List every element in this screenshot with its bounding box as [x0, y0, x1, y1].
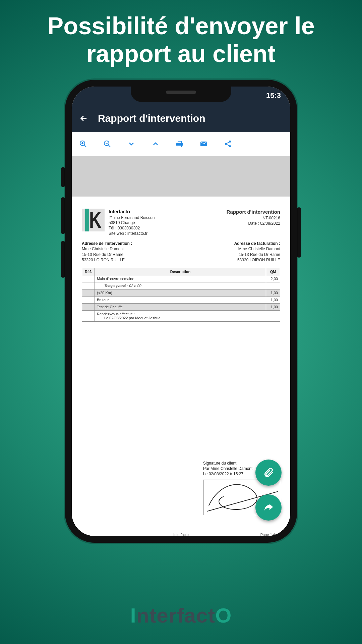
- intervention-address: Adresse de l'intervention : Mme Christel…: [82, 241, 132, 263]
- table-row: Bruleur1,00: [82, 296, 280, 303]
- line-items-table: Réf. Description QM Main d'œuvre semaine…: [82, 268, 280, 322]
- report-title: Rapport d'intervention: [227, 209, 280, 215]
- col-qty: QM: [266, 268, 280, 275]
- report-date: Date : 02/08/2022: [227, 221, 280, 226]
- col-ref: Réf.: [82, 268, 95, 275]
- brand-letter-i: I: [130, 604, 136, 627]
- brand-mid: nterfact: [136, 604, 215, 627]
- pdf-viewer[interactable]: K Interfacto 21 rue Ferdinand Buisson 53…: [72, 156, 290, 536]
- pdf-toolbar: [72, 132, 290, 156]
- app-title: Rapport d'intervention: [98, 113, 205, 124]
- phone-side-button: [61, 197, 65, 234]
- zoom-out-icon: [103, 140, 111, 148]
- phone-notch: [131, 87, 231, 102]
- status-time: 15:3: [266, 91, 281, 100]
- arrow-left-icon: [79, 114, 88, 123]
- phone-side-button: [61, 167, 65, 187]
- next-page-button[interactable]: [127, 139, 136, 149]
- forward-arrow-icon: [262, 501, 275, 514]
- headline: Possibilité d'envoyer le rapport au clie…: [0, 12, 362, 68]
- table-row: Main d'œuvre semaine2,00: [82, 275, 280, 282]
- app-bar: Rapport d'intervention: [72, 105, 290, 132]
- table-row-sub: Temps passé : 02 h 00: [82, 282, 280, 289]
- company-web: Site web : interfacto.fr: [109, 231, 155, 236]
- company-block: K Interfacto 21 rue Ferdinand Buisson 53…: [82, 209, 155, 236]
- company-logo: K: [82, 209, 105, 231]
- print-icon: [176, 140, 184, 148]
- email-button[interactable]: [199, 139, 208, 149]
- paperclip-icon: [263, 467, 274, 478]
- company-address-line: 21 rue Ferdinand Buisson: [109, 215, 155, 221]
- company-address-line: 53810 Changé: [109, 220, 155, 226]
- footer-page: Page 1 de 1: [260, 533, 280, 536]
- svg-point-4: [229, 145, 231, 147]
- report-ref: INT-00216: [227, 215, 280, 221]
- chevron-down-icon: [127, 140, 135, 148]
- zoom-in-icon: [79, 140, 87, 148]
- zoom-in-button[interactable]: [78, 139, 88, 149]
- svg-point-2: [229, 141, 231, 143]
- table-row: Test de Chauffe1,00: [82, 303, 280, 310]
- company-tel: Tél : 0303030302: [109, 226, 155, 231]
- document-footer: Interfacto Page 1 de 1: [72, 533, 290, 536]
- attach-fab[interactable]: [255, 460, 282, 486]
- prev-page-button[interactable]: [151, 139, 160, 149]
- company-name: Interfacto: [109, 209, 155, 215]
- brand-wordmark: InterfactO: [0, 603, 362, 627]
- share-icon: [224, 140, 232, 148]
- billing-address: Adresse de facturation : Mme Christelle …: [234, 241, 280, 263]
- footer-brand: Interfacto: [173, 533, 189, 536]
- marketing-stage: Possibilité d'envoyer le rapport au clie…: [0, 0, 362, 644]
- app-screen: 15:3 Rapport d'intervention: [72, 87, 290, 536]
- phone-side-button: [297, 207, 301, 258]
- zoom-out-button[interactable]: [103, 139, 112, 149]
- report-meta: Rapport d'intervention INT-00216 Date : …: [227, 209, 280, 236]
- phone-side-button: [61, 241, 65, 278]
- print-button[interactable]: [175, 139, 184, 149]
- brand-letter-o: O: [215, 604, 232, 627]
- col-description: Description: [95, 268, 266, 275]
- svg-point-3: [225, 143, 227, 145]
- envelope-icon: [200, 140, 208, 148]
- table-row-rendezvous: Rendez-vous effectué :Le 02/08/2022 par …: [82, 310, 280, 321]
- back-button[interactable]: [79, 114, 88, 123]
- chevron-up-icon: [152, 140, 160, 148]
- phone-mockup: 15:3 Rapport d'intervention: [65, 80, 297, 543]
- table-row: (<20 Km)1,00: [82, 289, 280, 296]
- send-fab[interactable]: [255, 494, 282, 521]
- share-button[interactable]: [223, 139, 233, 149]
- document-page: K Interfacto 21 rue Ferdinand Buisson 53…: [72, 197, 290, 536]
